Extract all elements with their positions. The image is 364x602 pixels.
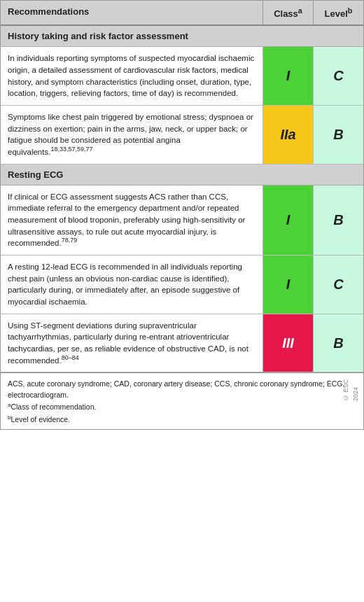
header-class-sup: a xyxy=(298,6,302,15)
rec-text-2-content: Symptoms like chest pain triggered by em… xyxy=(8,113,253,156)
level-cell-5: B xyxy=(313,314,363,372)
rec-text-4-content: A resting 12-lead ECG is recommended in … xyxy=(8,262,242,306)
header-recommendations: Recommendations xyxy=(1,1,262,24)
section-ecg: Resting ECG xyxy=(1,164,363,186)
copyright-label: © ESC 2024 xyxy=(342,373,360,401)
class-cell-5: III xyxy=(262,314,313,372)
header-level: Levelb xyxy=(313,1,363,24)
header-class-label: Class xyxy=(274,8,298,19)
recommendations-table: Recommendations Classa Levelb History ta… xyxy=(0,0,364,430)
rec-text-3-sup: 78,79 xyxy=(62,237,78,244)
header-level-sup: b xyxy=(348,6,353,15)
rec-text-5-content: Using ST-segment deviations during supra… xyxy=(8,321,248,365)
footnote-b: bLevel of evidence. xyxy=(8,415,70,424)
header-level-label: Level xyxy=(325,8,348,19)
rec-text-1: In individuals reporting symptoms of sus… xyxy=(1,47,262,105)
class-cell-4: I xyxy=(262,255,313,314)
footnote-main: ACS, acute coronary syndrome; CAD, coron… xyxy=(8,379,344,399)
rec-text-5: Using ST-segment deviations during supra… xyxy=(1,314,262,372)
rec-text-4: A resting 12-lead ECG is recommended in … xyxy=(1,255,262,314)
level-cell-3: B xyxy=(313,186,363,255)
section-history: History taking and risk factor assessmen… xyxy=(1,26,363,47)
level-cell-2: B xyxy=(313,106,363,164)
class-cell-2: IIa xyxy=(262,106,313,164)
header-class: Classa xyxy=(262,1,313,24)
rec-text-3-content: If clinical or ECG assessment suggests A… xyxy=(8,192,245,248)
class-cell-3: I xyxy=(262,186,313,255)
table-row: A resting 12-lead ECG is recommended in … xyxy=(1,255,363,314)
class-cell-1: I xyxy=(262,47,313,105)
table-row: In individuals reporting symptoms of sus… xyxy=(1,47,363,106)
table-row: Symptoms like chest pain triggered by em… xyxy=(1,106,363,164)
table-header: Recommendations Classa Levelb xyxy=(1,1,363,26)
rec-text-1-content: In individuals reporting symptoms of sus… xyxy=(8,54,254,97)
table-row: If clinical or ECG assessment suggests A… xyxy=(1,186,363,255)
table-row: Using ST-segment deviations during supra… xyxy=(1,314,363,373)
rec-text-3: If clinical or ECG assessment suggests A… xyxy=(1,186,262,255)
level-cell-1: C xyxy=(313,47,363,105)
level-cell-4: C xyxy=(313,255,363,314)
rec-text-2: Symptoms like chest pain triggered by em… xyxy=(1,106,262,164)
rec-text-2-sup: 18,33,57,59,77 xyxy=(50,146,92,153)
footnote-a: aClass of recommendation. xyxy=(8,402,96,411)
footnote-area: ACS, acute coronary syndrome; CAD, coron… xyxy=(1,372,363,429)
rec-text-5-sup: 80–84 xyxy=(62,354,79,361)
